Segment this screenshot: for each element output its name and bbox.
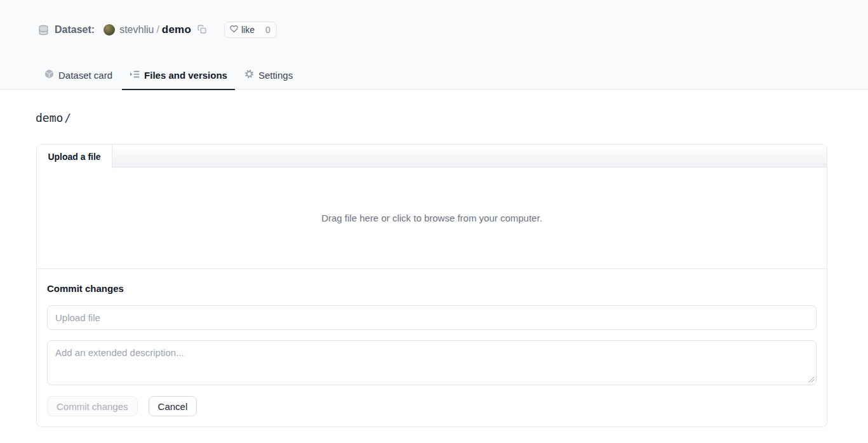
tab-label: Files and versions: [144, 70, 227, 81]
copy-repo-name-button[interactable]: [196, 23, 208, 37]
repo-tab-bar: Dataset card Files and versions Settings: [0, 39, 868, 89]
page-header: Dataset: stevhliu / demo like 0: [0, 0, 868, 89]
like-count[interactable]: 0: [260, 22, 276, 37]
gear-icon: [244, 69, 254, 81]
tab-label: Dataset card: [58, 70, 112, 81]
breadcrumb-separator: /: [156, 24, 159, 36]
tab-dataset-card[interactable]: Dataset card: [37, 69, 120, 90]
commit-form: Commit changes Commit changes Cancel: [37, 269, 827, 426]
cancel-button[interactable]: Cancel: [149, 396, 197, 416]
versions-list-icon: [130, 70, 140, 81]
repo-name-link[interactable]: demo: [162, 23, 191, 36]
main-content: demo/ Upload a file Drag file here or cl…: [0, 110, 868, 427]
repo-type-label: Dataset:: [55, 24, 95, 36]
heart-outline-icon: [230, 25, 238, 35]
tab-files-and-versions[interactable]: Files and versions: [122, 70, 235, 90]
like-label: like: [241, 25, 255, 35]
breadcrumb-slash: /: [64, 111, 71, 124]
box-icon: [44, 69, 54, 81]
commit-changes-button[interactable]: Commit changes: [47, 396, 138, 416]
repo-title-row: Dataset: stevhliu / demo like 0: [0, 0, 868, 39]
copy-icon: [197, 25, 206, 36]
commit-summary-input[interactable]: [47, 305, 817, 330]
tab-label: Settings: [258, 70, 293, 81]
tab-upload-a-file[interactable]: Upload a file: [37, 145, 112, 168]
commit-description-wrap: [47, 340, 817, 385]
upload-card: Upload a file Drag file here or click to…: [36, 144, 827, 427]
dropzone-hint-text: Drag file here or click to browse from y…: [321, 213, 542, 223]
breadcrumb-repo-link[interactable]: demo: [36, 111, 63, 124]
commit-description-textarea[interactable]: [47, 340, 817, 385]
tab-settings[interactable]: Settings: [237, 69, 300, 90]
like-button[interactable]: like: [225, 22, 260, 37]
upload-card-tab-strip: Upload a file: [37, 145, 827, 168]
like-widget: like 0: [224, 22, 277, 38]
commit-actions: Commit changes Cancel: [47, 396, 817, 416]
database-icon: [38, 25, 49, 36]
owner-link[interactable]: stevhliu: [119, 24, 154, 36]
avatar[interactable]: [103, 24, 115, 36]
file-dropzone[interactable]: Drag file here or click to browse from y…: [37, 168, 827, 269]
commit-form-title: Commit changes: [47, 283, 817, 294]
path-breadcrumb: demo/: [36, 110, 868, 126]
